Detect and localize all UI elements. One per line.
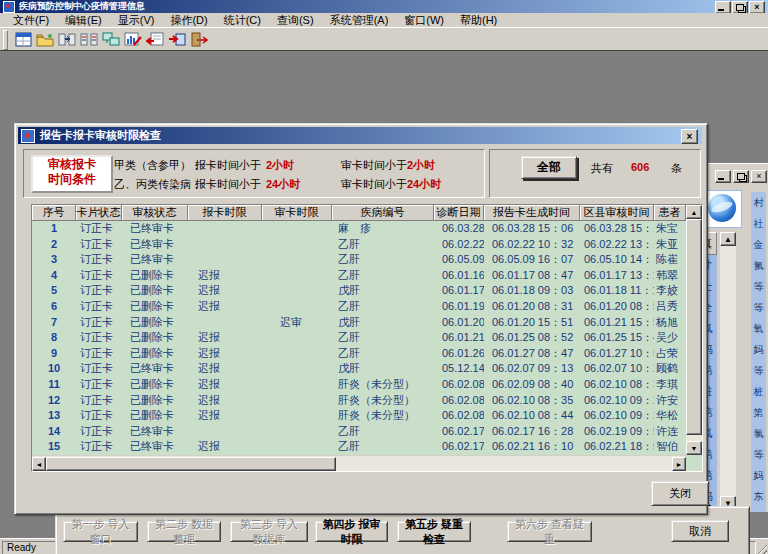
cell-audit: 已删除卡 [122, 299, 188, 315]
table-row-9[interactable]: 9订正卡已删除卡迟报乙肝06.01.2606.01.27 08：4706.01.… [32, 346, 686, 362]
table-row-10[interactable]: 10订正卡已终审卡迟报戊肝05.12.1406.02.07 09：1306.02… [32, 361, 686, 377]
check-dialog: 报告卡报卡审核时限检查 × 审核报卡 时间条件 甲类（含参甲）： 报卡时间小于 … [14, 123, 708, 515]
column-header-late_report[interactable]: 报卡时限 [188, 205, 262, 221]
network-computers-icon[interactable] [100, 30, 122, 50]
exit-door-icon[interactable] [188, 30, 210, 50]
cancel-button[interactable]: 取消 [671, 520, 729, 542]
cell-diag_date: 06.02.22 [434, 237, 484, 253]
card-import-icon[interactable] [144, 30, 166, 50]
menu-item-9[interactable]: 帮助(H) [453, 14, 504, 27]
menu-item-4[interactable]: 操作(D) [163, 14, 214, 27]
cell-late_audit: 迟审 [262, 315, 332, 331]
close-dialog-button[interactable]: 关闭 [651, 481, 709, 506]
cell-patient: 华松 [654, 408, 686, 424]
cell-county_time: 06.02.10 08：30 [580, 377, 654, 393]
cell-n: 4 [32, 268, 76, 284]
column-header-card[interactable]: 卡片状态 [76, 205, 122, 221]
menu-item-1[interactable]: 文件(F) [6, 14, 56, 27]
chart-edit-icon[interactable] [122, 30, 144, 50]
restore-icon [737, 173, 745, 180]
cell-disease: 戊肝 [332, 283, 434, 299]
resize-grip[interactable] [755, 542, 767, 554]
audit-limit-value-a: 2小时 [407, 158, 435, 173]
cell-late_audit [262, 330, 332, 346]
hscroll-thumb[interactable] [46, 457, 336, 471]
column-header-disease[interactable]: 疾病编号 [332, 205, 434, 221]
scroll-left-icon[interactable]: ◄ [32, 457, 46, 471]
scroll-up-icon[interactable]: ▲ [686, 205, 702, 219]
column-header-gen_time[interactable]: 报告卡生成时间 [484, 205, 580, 221]
cell-late_report: 迟报 [188, 268, 262, 284]
table-row-7[interactable]: 7订正卡已删除卡迟审戊肝06.01.2006.01.20 15：5106.01.… [32, 315, 686, 331]
form-grid-icon[interactable] [12, 30, 34, 50]
cell-disease: 乙肝 [332, 439, 434, 455]
data-transfer-icon[interactable] [56, 30, 78, 50]
cell-diag_date: 06.02.17 [434, 424, 484, 440]
restore-icon [736, 4, 744, 11]
wizard-step-4-button[interactable]: 第四步 报审时限 [315, 521, 388, 542]
table-row-15[interactable]: 15订正卡已终审卡迟报乙肝06.02.1706.02.21 16：1006.02… [32, 439, 686, 455]
data-merge-icon[interactable] [78, 30, 100, 50]
wizard-step-1-button[interactable]: 第一步 导入窗口 [63, 521, 138, 542]
open-folder-icon[interactable] [34, 30, 56, 50]
cell-card: 订正卡 [76, 221, 122, 237]
menu-item-6[interactable]: 查询(S) [270, 14, 321, 27]
table-row-5[interactable]: 5订正卡已删除卡迟报戊肝06.01.1706.01.18 09：0306.01.… [32, 283, 686, 299]
globe-app-icon [704, 190, 742, 228]
bgwin-minimize-button[interactable] [715, 170, 731, 183]
column-header-diag_date[interactable]: 诊断日期 [434, 205, 484, 221]
all-button[interactable]: 全部 [521, 156, 577, 179]
table-row-3[interactable]: 3订正卡已终审卡乙肝06.05.0906.05.09 16：0706.05.10… [32, 252, 686, 268]
dialog-close-button[interactable]: × [681, 129, 698, 144]
cell-gen_time: 06.05.09 16：07 [484, 252, 580, 268]
bgwin-vertical-scrollbar[interactable]: ▲ ▼ [720, 232, 736, 510]
table-row-13[interactable]: 13订正卡已删除卡迟报肝炎（未分型）06.02.0806.02.10 08：44… [32, 408, 686, 424]
vscroll-thumb[interactable] [686, 219, 702, 435]
table-row-14[interactable]: 14订正卡已终审卡乙肝06.02.1706.02.17 16：2806.02.1… [32, 424, 686, 440]
scroll-up-icon[interactable]: ▲ [720, 232, 736, 246]
cell-n: 9 [32, 346, 76, 362]
column-header-n[interactable]: 序号 [32, 205, 76, 221]
menu-item-8[interactable]: 窗口(W) [397, 14, 451, 27]
wizard-step-2-button[interactable]: 第二步 数据整理 [147, 521, 221, 542]
menu-item-3[interactable]: 显示(V) [111, 14, 162, 27]
wizard-step-6-button[interactable]: 第六步 查看疑重 [507, 521, 592, 542]
cell-audit: 已删除卡 [122, 346, 188, 362]
wizard-step-3-button[interactable]: 第三步 导入数据库 [230, 521, 308, 542]
table-horizontal-scrollbar[interactable]: ◄ ► [32, 455, 686, 471]
menu-item-5[interactable]: 统计(C) [217, 14, 268, 27]
total-label: 共有 [591, 161, 613, 176]
table-row-1[interactable]: 1订正卡已终审卡麻 疹06.03.2806.03.28 15：0606.03.2… [32, 221, 686, 237]
cell-card: 订正卡 [76, 346, 122, 362]
table-row-11[interactable]: 11订正卡已删除卡迟报肝炎（未分型）06.02.0806.02.09 08：40… [32, 377, 686, 393]
cell-audit: 已终审卡 [122, 237, 188, 253]
database-import-icon[interactable] [166, 30, 188, 50]
cell-gen_time: 06.02.17 16：28 [484, 424, 580, 440]
menu-item-7[interactable]: 系统管理(A) [323, 14, 396, 27]
bgwin-close-button[interactable]: × [751, 170, 767, 183]
table-row-8[interactable]: 8订正卡已删除卡迟报乙肝06.01.2106.01.25 08：5206.01.… [32, 330, 686, 346]
table-row-2[interactable]: 2订正卡已终审卡乙肝06.02.2206.02.22 10：3206.02.22… [32, 237, 686, 253]
table-row-4[interactable]: 4订正卡已删除卡迟报乙肝06.01.1606.01.17 08：4706.01.… [32, 268, 686, 284]
column-header-county_time[interactable]: 区县审核时间 [580, 205, 654, 221]
cell-gen_time: 06.01.18 09：03 [484, 283, 580, 299]
cell-diag_date: 06.01.16 [434, 268, 484, 284]
table-row-12[interactable]: 12订正卡已删除卡迟报肝炎（未分型）06.02.0806.02.10 08：35… [32, 393, 686, 409]
bgwin-strip-cell: 妈 [751, 465, 766, 486]
cell-diag_date: 06.02.08 [434, 393, 484, 409]
table-row-6[interactable]: 6订正卡已删除卡迟报乙肝06.01.1906.01.20 08：3106.01.… [32, 299, 686, 315]
table-vertical-scrollbar[interactable]: ▲ ▼ [686, 205, 702, 455]
report-limit-label-a: 报卡时间小于 [195, 158, 261, 173]
column-header-patient[interactable]: 患者 [654, 205, 686, 221]
cell-card: 订正卡 [76, 439, 122, 455]
menu-item-2[interactable]: 编辑(E) [58, 14, 109, 27]
scroll-down-icon[interactable]: ▼ [686, 441, 702, 455]
report-limit-label-bc: 报卡时间小于 [195, 177, 261, 192]
bgwin-strip-cell: 社 [751, 213, 766, 234]
column-header-late_audit[interactable]: 审卡时限 [262, 205, 332, 221]
bgwin-restore-button[interactable] [733, 170, 749, 183]
scroll-right-icon[interactable]: ► [672, 457, 686, 471]
column-header-audit[interactable]: 审核状态 [122, 205, 188, 221]
cell-county_time: 06.05.10 14：18 [580, 252, 654, 268]
wizard-step-5-button[interactable]: 第五步 疑重检查 [397, 521, 471, 542]
